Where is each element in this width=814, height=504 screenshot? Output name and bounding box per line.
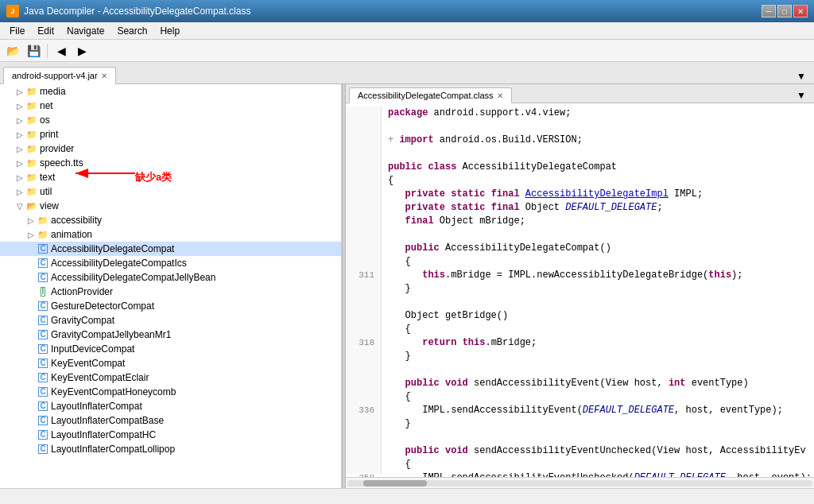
tree-item-accessibility-delegate-compat[interactable]: C AccessibilityDelegateCompat	[0, 242, 341, 256]
class-icon: C	[37, 343, 49, 355]
tree-label: LayoutInflaterCompat	[51, 401, 142, 412]
class-icon: C	[37, 401, 49, 412]
tree-item-media[interactable]: ▷ 📁 media	[0, 84, 341, 99]
scroll-track[interactable]	[347, 480, 812, 487]
tree-item-util[interactable]: ▷ 📁 util	[0, 184, 341, 199]
class-icon: C	[37, 444, 49, 455]
expand-icon[interactable]: ▷	[14, 114, 25, 126]
tree-label: InputDeviceCompat	[51, 343, 134, 355]
menu-search[interactable]: Search	[110, 24, 153, 38]
app-icon: J	[6, 5, 19, 17]
tree-item-text[interactable]: ▷ 📁 text	[0, 170, 341, 184]
class-icon: C	[37, 329, 49, 340]
left-tab-bar: android-support-v4.jar ✕ ▼	[0, 62, 814, 84]
expand-icon[interactable]: ▷	[14, 143, 25, 154]
menu-edit[interactable]: Edit	[31, 24, 60, 38]
expand-icon	[25, 258, 37, 269]
tree-label: util	[40, 186, 52, 197]
expand-icon[interactable]: ▷	[14, 186, 25, 197]
expand-icon	[25, 386, 37, 397]
tree-label: text	[40, 172, 55, 183]
tree-item-animation[interactable]: ▷ 📁 animation	[0, 227, 341, 242]
tree-item-input-device-compat[interactable]: C InputDeviceCompat	[0, 342, 341, 356]
expand-icon[interactable]: ▷	[14, 157, 25, 169]
toolbar-separator	[47, 44, 48, 58]
back-button[interactable]: ◀	[52, 42, 71, 60]
expand-icon	[25, 401, 37, 412]
expand-icon[interactable]: ▷	[25, 215, 37, 226]
save-button[interactable]: 💾	[24, 42, 43, 60]
tree-item-gravity-compat-jellybean[interactable]: C GravityCompatJellybeanMr1	[0, 328, 341, 342]
scroll-thumb[interactable]	[363, 480, 427, 487]
tree-item-provider[interactable]: ▷ 📁 provider	[0, 142, 341, 156]
tree-item-key-event-compat[interactable]: C KeyEventCompat	[0, 356, 341, 370]
tree-label: net	[40, 100, 53, 111]
maximize-button[interactable]: □	[777, 5, 792, 17]
tree-item-layout-inflater-compat-base[interactable]: C LayoutInflaterCompatBase	[0, 413, 341, 428]
tree-label: LayoutInflaterCompatHC	[51, 429, 156, 440]
open-file-button[interactable]: 📂	[3, 42, 22, 60]
tree-item-accessibility[interactable]: ▷ 📁 accessibility	[0, 213, 341, 227]
horizontal-scrollbar[interactable]	[346, 477, 814, 488]
expand-icon[interactable]: ▷	[14, 129, 25, 140]
folder-open-icon: 📂	[25, 200, 38, 211]
expand-icon[interactable]: ▷	[14, 172, 25, 183]
menu-navigate[interactable]: Navigate	[60, 24, 110, 38]
code-tab-label: AccessibilityDelegateCompat.class	[358, 91, 494, 100]
tree-item-gesture-detector-compat[interactable]: C GestureDetectorCompat	[0, 299, 341, 313]
tree-item-layout-inflater-compat-hc[interactable]: C LayoutInflaterCompatHC	[0, 428, 341, 442]
expand-icon	[25, 286, 37, 297]
jar-tab-close[interactable]: ✕	[101, 72, 107, 80]
folder-icon: 📁	[25, 114, 38, 126]
title-bar: J Java Decompiler - AccessibilityDelegat…	[0, 0, 814, 22]
tree-item-speechtts[interactable]: ▷ 📁 speech.tts	[0, 156, 341, 170]
tree-label: speech.tts	[40, 157, 83, 169]
tree-label: GravityCompatJellybeanMr1	[51, 329, 171, 340]
tree-label: view	[40, 200, 59, 211]
class-icon: C	[37, 386, 49, 397]
code-tab-dropdown[interactable]: ▼	[792, 88, 811, 103]
expand-icon[interactable]: ▷	[14, 86, 25, 97]
tree-item-gravity-compat[interactable]: C GravityCompat	[0, 313, 341, 328]
tree-item-accessibility-delegate-compat-ics[interactable]: C AccessibilityDelegateCompatIcs	[0, 256, 341, 270]
class-icon: C	[37, 315, 49, 326]
code-tab-close[interactable]: ✕	[497, 91, 503, 100]
code-tab[interactable]: AccessibilityDelegateCompat.class ✕	[349, 87, 512, 103]
expand-icon	[25, 243, 37, 254]
folder-icon: 📁	[25, 100, 38, 111]
tree-item-net[interactable]: ▷ 📁 net	[0, 99, 341, 113]
line-numbers: 311 318 336 358	[346, 107, 382, 474]
title-bar-left: J Java Decompiler - AccessibilityDelegat…	[6, 5, 250, 17]
class-icon: C	[37, 429, 49, 440]
expand-icon	[25, 415, 37, 426]
tree-item-print[interactable]: ▷ 📁 print	[0, 127, 341, 142]
main-content: ▷ 📁 media ▷ 📁 net ▷ 📁 os ▷ 📁 print	[0, 84, 814, 488]
tree-item-view[interactable]: ▽ 📂 view	[0, 199, 341, 213]
menu-help[interactable]: Help	[153, 24, 186, 38]
folder-icon: 📁	[25, 186, 38, 197]
tree-label: KeyEventCompatHoneycomb	[51, 386, 176, 397]
expand-icon[interactable]: ▷	[25, 229, 37, 240]
tree-item-accessibility-delegate-compat-jellybean[interactable]: C AccessibilityDelegateCompatJellyBean	[0, 270, 341, 285]
tree-label: animation	[51, 229, 92, 240]
close-button[interactable]: ✕	[793, 5, 808, 17]
tree-label: provider	[40, 143, 74, 154]
code-editor[interactable]: 311 318 336 358 package	[346, 103, 814, 477]
tree-item-action-provider[interactable]: I ActionProvider	[0, 285, 341, 299]
expand-icon[interactable]: ▽	[14, 200, 25, 211]
tree-label: AccessibilityDelegateCompatIcs	[51, 258, 187, 269]
code-panel: AccessibilityDelegateCompat.class ✕ ▼	[346, 84, 814, 488]
forward-button[interactable]: ▶	[72, 42, 91, 60]
tree-item-os[interactable]: ▷ 📁 os	[0, 113, 341, 127]
tree-item-layout-inflater-compat-lollipop[interactable]: C LayoutInflaterCompatLollipop	[0, 442, 341, 456]
file-tree[interactable]: ▷ 📁 media ▷ 📁 net ▷ 📁 os ▷ 📁 print	[0, 84, 342, 488]
tab-dropdown[interactable]: ▼	[792, 69, 811, 83]
folder-icon: 📁	[25, 86, 38, 97]
expand-icon[interactable]: ▷	[14, 100, 25, 111]
tree-item-key-event-compat-eclair[interactable]: C KeyEventCompatEclair	[0, 370, 341, 385]
minimize-button[interactable]: ─	[762, 5, 776, 17]
tree-item-layout-inflater-compat[interactable]: C LayoutInflaterCompat	[0, 399, 341, 413]
tree-item-key-event-compat-honeycomb[interactable]: C KeyEventCompatHoneycomb	[0, 385, 341, 399]
menu-file[interactable]: File	[3, 24, 31, 38]
jar-tab[interactable]: android-support-v4.jar ✕	[3, 67, 116, 84]
